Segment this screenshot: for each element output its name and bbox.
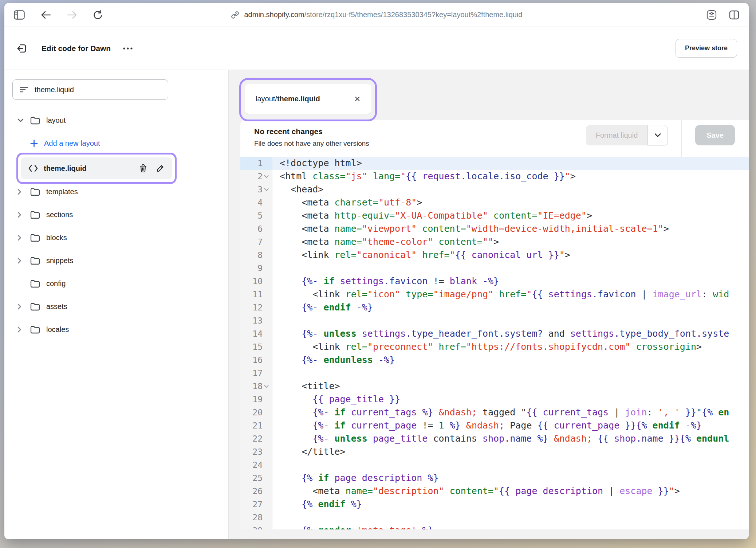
close-icon[interactable]: ✕ (354, 95, 361, 103)
reload-icon[interactable] (93, 10, 103, 20)
code-line-text[interactable]: {% if page_description %} (272, 471, 749, 485)
code-line-text[interactable]: <meta name="description" content="{{ pag… (272, 485, 749, 498)
line-number-gutter[interactable]: 25 (240, 471, 272, 485)
code-line[interactable]: 10 {%- if settings.favicon != blank -%} (240, 275, 749, 288)
code-line[interactable]: 8 <link rel="canonical" href="{{ canonic… (240, 248, 749, 262)
code-line[interactable]: 22 {%- unless page_title contains shop.n… (240, 432, 749, 445)
code-line[interactable]: 19 {{ page_title }} (240, 393, 749, 406)
back-icon[interactable] (41, 11, 51, 19)
code-line-text[interactable]: {%- if settings.favicon != blank -%} (272, 275, 749, 288)
code-line-text[interactable]: <title> (272, 380, 749, 393)
code-line-text[interactable]: {{ page_title }} (272, 393, 749, 406)
code-line[interactable]: 29 {% render 'meta-tags' %} (240, 524, 749, 529)
code-line[interactable]: 3 <head> (240, 183, 749, 196)
more-actions-icon[interactable] (122, 47, 133, 50)
line-number-gutter[interactable]: 28 (240, 511, 272, 524)
code-line-text[interactable]: {%- if current_page != 1 %} &ndash; Page… (272, 419, 749, 432)
preview-store-button[interactable]: Preview store (676, 39, 737, 58)
code-line[interactable]: 14 {%- unless settings.type_header_font.… (240, 327, 749, 340)
line-number-gutter[interactable]: 19 (240, 393, 272, 406)
line-number-gutter[interactable]: 7 (240, 235, 272, 248)
code-line[interactable]: 6 <meta name="viewport" content="width=d… (240, 222, 749, 235)
code-line[interactable]: 15 <link rel="preconnect" href="https://… (240, 340, 749, 353)
sidebar-item-sections[interactable]: sections (4, 206, 228, 223)
tab-layout-theme-liquid[interactable]: layout/theme.liquid ✕ (245, 84, 371, 114)
code-line[interactable]: 5 <meta http-equiv="X-UA-Compatible" con… (240, 209, 749, 222)
code-line-text[interactable]: {%- endunless -%} (272, 353, 749, 367)
line-number-gutter[interactable]: 24 (240, 458, 272, 471)
line-number-gutter[interactable]: 21 (240, 419, 272, 432)
browser-settings-icon[interactable] (706, 10, 717, 20)
line-number-gutter[interactable]: 16 (240, 353, 272, 367)
code-line-text[interactable]: </title> (272, 445, 749, 458)
line-number-gutter[interactable]: 26 (240, 485, 272, 498)
code-line[interactable]: 23 </title> (240, 445, 749, 458)
code-line[interactable]: 11 <link rel="icon" type="image/png" hre… (240, 288, 749, 301)
code-line[interactable]: 7 <meta name="theme-color" content=""> (240, 235, 749, 248)
line-number-gutter[interactable]: 1 (240, 157, 272, 170)
sidebar-item-assets[interactable]: assets (4, 298, 228, 315)
code-line-text[interactable] (272, 511, 749, 524)
line-number-gutter[interactable]: 15 (240, 340, 272, 353)
code-line-text[interactable] (272, 367, 749, 380)
exit-editor-icon[interactable] (16, 43, 28, 54)
sidebar-item-snippets[interactable]: snippets (4, 252, 228, 269)
code-line[interactable]: 27 {% endif %} (240, 498, 749, 511)
code-line-text[interactable] (272, 262, 749, 275)
line-number-gutter[interactable]: 9 (240, 262, 272, 275)
line-number-gutter[interactable]: 10 (240, 275, 272, 288)
line-number-gutter[interactable]: 3 (240, 183, 272, 196)
code-line[interactable]: 25 {% if page_description %} (240, 471, 749, 485)
sidebar-item-templates[interactable]: templates (4, 183, 228, 200)
format-options-dropdown[interactable] (647, 125, 668, 145)
code-line[interactable]: 18 <title> (240, 380, 749, 393)
code-line[interactable]: 13 (240, 314, 749, 327)
code-line[interactable]: 9 (240, 262, 749, 275)
code-editor[interactable]: 1<!doctype html>2<html class="js" lang="… (240, 157, 749, 529)
line-number-gutter[interactable]: 13 (240, 314, 272, 327)
code-line-text[interactable]: <meta name="theme-color" content=""> (272, 235, 749, 248)
code-line-text[interactable]: <html class="js" lang="{{ request.locale… (272, 170, 749, 183)
code-line-text[interactable] (272, 314, 749, 327)
line-number-gutter[interactable]: 18 (240, 380, 272, 393)
code-line-text[interactable] (272, 458, 749, 471)
code-line[interactable]: 17 (240, 367, 749, 380)
sidebar-item-locales[interactable]: locales (4, 321, 228, 338)
url-bar[interactable]: admin.shopify.com/store/rzq1xu-f5/themes… (231, 11, 523, 19)
code-line[interactable]: 4 <meta charset="utf-8"> (240, 196, 749, 209)
code-line-text[interactable]: <meta charset="utf-8"> (272, 196, 749, 209)
code-line-text[interactable]: <head> (272, 183, 749, 196)
code-line[interactable]: 28 (240, 511, 749, 524)
sidebar-toggle-icon[interactable] (14, 10, 25, 20)
code-line-text[interactable]: <!doctype html> (272, 157, 749, 170)
sidebar-item-config[interactable]: config (4, 275, 228, 292)
line-number-gutter[interactable]: 23 (240, 445, 272, 458)
line-number-gutter[interactable]: 4 (240, 196, 272, 209)
search-input[interactable]: theme.liquid (12, 79, 168, 100)
line-number-gutter[interactable]: 20 (240, 406, 272, 419)
line-number-gutter[interactable]: 12 (240, 301, 272, 314)
sidebar-item-blocks[interactable]: blocks (4, 229, 228, 246)
line-number-gutter[interactable]: 2 (240, 170, 272, 183)
code-line[interactable]: 12 {%- endif -%} (240, 301, 749, 314)
code-line-text[interactable]: {%- if current_tags %} &ndash; tagged "{… (272, 406, 749, 419)
code-line-text[interactable]: <link rel="canonical" href="{{ canonical… (272, 248, 749, 262)
code-line[interactable]: 16 {%- endunless -%} (240, 353, 749, 367)
code-line-text[interactable]: {%- unless page_title contains shop.name… (272, 432, 749, 445)
code-line-text[interactable]: {%- endif -%} (272, 301, 749, 314)
sidebar-item-layout[interactable]: layout (4, 111, 228, 129)
format-liquid-button[interactable]: Format liquid (586, 125, 648, 145)
code-line-text[interactable]: {% render 'meta-tags' %} (272, 524, 749, 529)
rename-file-button[interactable] (156, 164, 165, 173)
code-line-text[interactable]: <meta http-equiv="X-UA-Compatible" conte… (272, 209, 749, 222)
add-new-layout-button[interactable]: Add a new layout (4, 134, 228, 152)
forward-icon[interactable] (67, 11, 77, 19)
line-number-gutter[interactable]: 11 (240, 288, 272, 301)
line-number-gutter[interactable]: 17 (240, 367, 272, 380)
delete-file-button[interactable] (139, 164, 147, 173)
line-number-gutter[interactable]: 27 (240, 498, 272, 511)
split-view-icon[interactable] (729, 10, 739, 20)
line-number-gutter[interactable]: 6 (240, 222, 272, 235)
code-line-text[interactable]: {%- unless settings.type_header_font.sys… (272, 327, 749, 340)
save-button[interactable]: Save (695, 125, 735, 145)
